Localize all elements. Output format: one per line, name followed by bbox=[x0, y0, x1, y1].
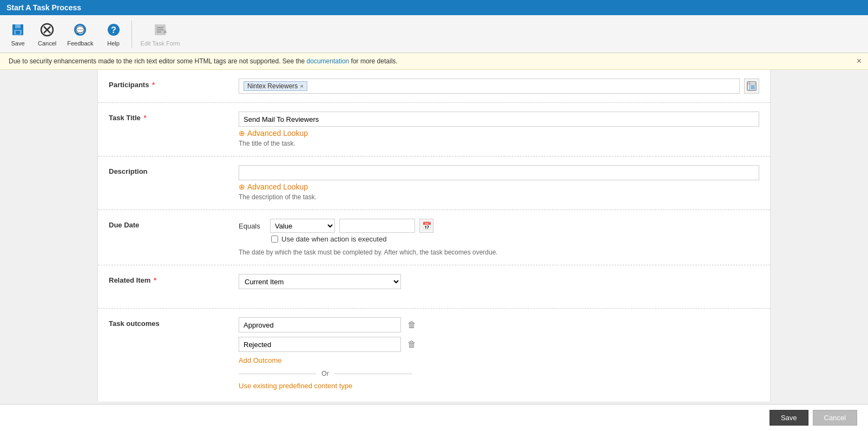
task-title-advanced-lookup[interactable]: ⊕ Advanced Lookup bbox=[239, 129, 759, 138]
calendar-icon[interactable]: 📅 bbox=[419, 219, 433, 233]
help-label: Help bbox=[107, 40, 120, 47]
feedback-label: Feedback bbox=[67, 40, 93, 47]
participants-field: Nintex Reviewers × bbox=[239, 79, 759, 94]
documentation-link[interactable]: documentation bbox=[307, 57, 350, 65]
svg-text:?: ? bbox=[111, 25, 116, 35]
svg-rect-20 bbox=[751, 85, 755, 89]
outcome-input-rejected[interactable] bbox=[239, 337, 401, 352]
or-line-right bbox=[334, 374, 412, 374]
edit-task-form-button[interactable]: Edit Task Form bbox=[136, 19, 185, 49]
cancel-icon bbox=[38, 21, 56, 38]
task-title-row: Task Title * ⊕ Advanced Lookup The title… bbox=[98, 103, 770, 156]
use-date-checkbox-row: Use date when action is executed bbox=[271, 235, 759, 243]
description-label: Description bbox=[109, 165, 239, 175]
svg-rect-3 bbox=[16, 31, 20, 34]
banner-message: Due to security enhancements made to the… bbox=[9, 57, 398, 65]
save-icon bbox=[9, 21, 27, 38]
description-advanced-lookup[interactable]: ⊕ Advanced Lookup bbox=[239, 182, 759, 191]
task-title-hint: The title of the task. bbox=[239, 140, 759, 147]
participants-content: Nintex Reviewers × bbox=[239, 79, 759, 94]
participant-tag: Nintex Reviewers × bbox=[244, 81, 307, 91]
or-line-left bbox=[239, 374, 316, 374]
delete-approved-icon[interactable]: 🗑 bbox=[405, 318, 418, 331]
bottom-bar: Save Cancel bbox=[0, 404, 868, 431]
edit-task-form-label: Edit Task Form bbox=[141, 40, 180, 47]
task-title-content: ⊕ Advanced Lookup The title of the task. bbox=[239, 112, 759, 147]
delete-rejected-icon[interactable]: 🗑 bbox=[405, 338, 418, 351]
participants-input[interactable]: Nintex Reviewers × bbox=[239, 79, 740, 94]
save-button[interactable]: Save bbox=[4, 19, 31, 49]
bottom-save-button[interactable]: Save bbox=[770, 410, 808, 426]
help-icon: ? bbox=[105, 21, 122, 38]
due-date-label: Due Date bbox=[109, 219, 239, 229]
task-outcomes-content: 🗑 🗑 Add Outcome Or Use existing predefin… bbox=[239, 317, 759, 390]
outcome-row-approved: 🗑 bbox=[239, 317, 759, 332]
task-outcomes-row: Task outcomes 🗑 🗑 Add Outcome Or Use exi… bbox=[98, 309, 770, 401]
due-date-content: Equals Value Variable Expression 📅 Use d… bbox=[239, 219, 759, 256]
description-hint: The description of the task. bbox=[239, 193, 759, 201]
cancel-button[interactable]: Cancel bbox=[34, 19, 61, 49]
svg-rect-1 bbox=[15, 24, 21, 28]
banner-close-button[interactable]: × bbox=[857, 56, 862, 66]
use-date-label: Use date when action is executed bbox=[281, 235, 386, 243]
participants-row: Participants * Nintex Reviewers × bbox=[98, 70, 770, 103]
outcome-row-rejected: 🗑 bbox=[239, 337, 759, 352]
form-container: Participants * Nintex Reviewers × Task T… bbox=[97, 70, 771, 401]
description-content: ⊕ Advanced Lookup The description of the… bbox=[239, 165, 759, 201]
toolbar: Save Cancel 💬 Feedback ? Help Edit Task … bbox=[0, 15, 868, 53]
predefined-content-link[interactable]: Use existing predefined content type bbox=[239, 382, 759, 390]
save-label: Save bbox=[11, 40, 24, 47]
due-date-inputs: Equals Value Variable Expression 📅 bbox=[239, 219, 759, 233]
due-date-row: Due Date Equals Value Variable Expressio… bbox=[98, 210, 770, 265]
related-item-content: Current Item Other Item bbox=[239, 274, 759, 289]
description-input[interactable] bbox=[239, 165, 759, 180]
participants-label: Participants * bbox=[109, 79, 239, 89]
task-title-input[interactable] bbox=[239, 112, 759, 127]
task-outcomes-label: Task outcomes bbox=[109, 317, 239, 328]
task-title-label: Task Title * bbox=[109, 112, 239, 122]
due-date-value-input[interactable] bbox=[339, 219, 415, 233]
related-item-label: Related Item * bbox=[109, 274, 239, 284]
participant-remove[interactable]: × bbox=[300, 83, 303, 89]
edit-task-form-icon bbox=[152, 21, 169, 38]
feedback-button[interactable]: 💬 Feedback bbox=[63, 19, 97, 49]
title-bar-text: Start A Task Process bbox=[6, 3, 81, 12]
help-button[interactable]: ? Help bbox=[100, 19, 127, 49]
participants-browse-icon[interactable] bbox=[744, 79, 759, 94]
feedback-icon: 💬 bbox=[71, 21, 89, 38]
or-text: Or bbox=[321, 370, 328, 377]
related-item-select[interactable]: Current Item Other Item bbox=[239, 274, 401, 289]
use-date-checkbox[interactable] bbox=[271, 236, 278, 243]
related-item-row: Related Item * Current Item Other Item bbox=[98, 265, 770, 309]
participants-required: * bbox=[150, 81, 155, 89]
info-banner: Due to security enhancements made to the… bbox=[0, 53, 868, 70]
toolbar-divider bbox=[131, 21, 132, 48]
cancel-label: Cancel bbox=[38, 40, 56, 47]
add-outcome-link[interactable]: Add Outcome bbox=[239, 356, 759, 364]
bottom-cancel-button[interactable]: Cancel bbox=[813, 410, 857, 426]
title-bar: Start A Task Process bbox=[0, 0, 868, 15]
or-divider: Or bbox=[239, 370, 412, 377]
equals-label: Equals bbox=[239, 222, 266, 230]
due-date-select[interactable]: Value Variable Expression bbox=[270, 219, 335, 233]
outcome-input-approved[interactable] bbox=[239, 317, 401, 332]
description-row: Description ⊕ Advanced Lookup The descri… bbox=[98, 156, 770, 210]
due-date-hint: The date by which the task must be compl… bbox=[239, 249, 759, 256]
svg-text:💬: 💬 bbox=[76, 25, 85, 35]
